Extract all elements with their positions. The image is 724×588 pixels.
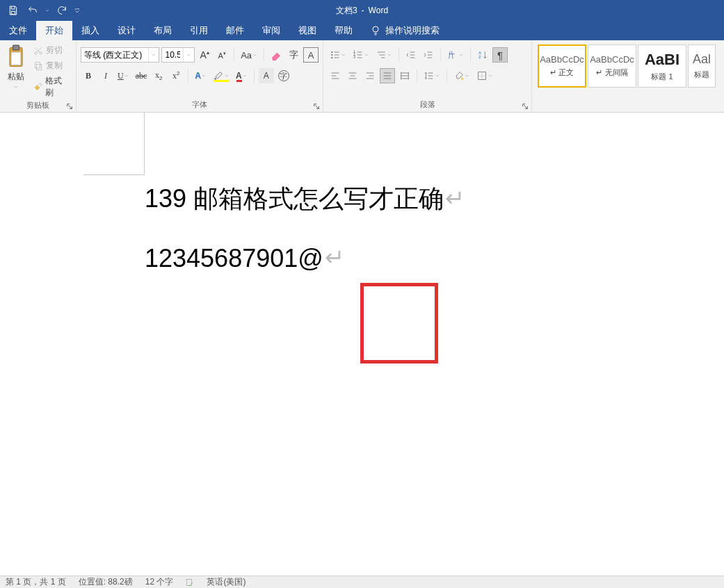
app-name: Word bbox=[369, 6, 388, 15]
increase-indent-button[interactable] bbox=[421, 47, 436, 63]
font-name-dropdown[interactable] bbox=[148, 48, 158, 62]
tab-file[interactable]: 文件 bbox=[0, 21, 36, 40]
bold-button[interactable]: B bbox=[81, 68, 96, 83]
svg-point-10 bbox=[331, 54, 332, 56]
font-color-button[interactable]: A bbox=[234, 68, 250, 83]
undo-dropdown[interactable] bbox=[43, 1, 51, 19]
numbering-button[interactable]: 123 bbox=[351, 47, 371, 63]
document-workspace[interactable]: 139 邮箱格式怎么写才正确 ↵ 12345687901@ ↵ bbox=[0, 113, 724, 575]
style-title[interactable]: Aal 标题 bbox=[688, 44, 716, 88]
grow-font-button[interactable]: A▴ bbox=[197, 47, 212, 63]
character-shading-button[interactable]: A bbox=[259, 68, 274, 83]
strikethrough-button[interactable]: abc bbox=[134, 68, 150, 83]
style-normal[interactable]: AaBbCcDc ↵ 正文 bbox=[538, 44, 586, 88]
paint-bucket-icon bbox=[453, 70, 465, 81]
multilevel-list-button[interactable] bbox=[373, 47, 394, 63]
italic-button[interactable]: I bbox=[98, 68, 113, 83]
annotation-red-box bbox=[360, 283, 438, 364]
ribbon-tabs: 文件 开始 插入 设计 布局 引用 邮件 审阅 视图 帮助 操作说明搜索 bbox=[0, 21, 724, 40]
decrease-indent-button[interactable] bbox=[403, 47, 419, 63]
status-word-count[interactable]: 12 个字 bbox=[145, 576, 174, 588]
indent-icon bbox=[423, 49, 434, 60]
status-page[interactable]: 第 1 页，共 1 页 bbox=[6, 576, 66, 588]
redo-button[interactable] bbox=[53, 1, 71, 19]
tab-home[interactable]: 开始 bbox=[36, 21, 72, 40]
tab-references[interactable]: 引用 bbox=[181, 21, 217, 40]
change-case-button[interactable]: Aa bbox=[239, 47, 259, 63]
status-proofing[interactable] bbox=[186, 578, 194, 587]
style-heading1[interactable]: AaBI 标题 1 bbox=[638, 44, 686, 88]
format-painter-button[interactable]: 格式刷 bbox=[31, 74, 72, 100]
font-dialog-launcher[interactable] bbox=[312, 102, 321, 111]
sort-button[interactable]: AZ bbox=[475, 47, 490, 63]
paste-button[interactable]: 粘贴 bbox=[4, 43, 28, 100]
window-title: 文档3 - Word bbox=[336, 5, 388, 17]
quick-access-toolbar bbox=[0, 1, 82, 19]
font-name-combo[interactable] bbox=[81, 47, 159, 63]
ribbon: 粘贴 剪切 复制 格式刷 剪贴板 bbox=[0, 40, 724, 113]
numbering-icon: 123 bbox=[353, 49, 364, 60]
underline-button[interactable]: U bbox=[115, 68, 131, 83]
doc-line-2[interactable]: 12345687901@ ↵ bbox=[145, 238, 465, 279]
shading-button[interactable] bbox=[451, 68, 472, 83]
text-effects-button[interactable]: A bbox=[193, 68, 209, 83]
align-right-button[interactable] bbox=[362, 68, 378, 83]
clipboard-dialog-launcher[interactable] bbox=[65, 102, 74, 111]
group-label-font: 字体 bbox=[192, 100, 207, 108]
svg-point-11 bbox=[331, 57, 332, 58]
group-styles: AaBbCcDc ↵ 正文 AaBbCcDc ↵ 无间隔 AaBI 标题 1 A… bbox=[532, 40, 724, 112]
group-clipboard: 粘贴 剪切 复制 格式刷 剪贴板 bbox=[0, 40, 77, 112]
cut-button[interactable]: 剪切 bbox=[31, 43, 72, 58]
tab-design[interactable]: 设计 bbox=[108, 21, 145, 40]
doc-line-1[interactable]: 139 邮箱格式怎么写才正确 ↵ bbox=[145, 179, 465, 219]
undo-button[interactable] bbox=[24, 1, 42, 19]
font-size-combo[interactable] bbox=[161, 47, 195, 63]
paragraph-dialog-launcher[interactable] bbox=[521, 102, 529, 111]
borders-button[interactable] bbox=[474, 68, 495, 83]
align-left-button[interactable] bbox=[328, 68, 343, 83]
bullets-button[interactable] bbox=[328, 47, 348, 63]
tab-layout[interactable]: 布局 bbox=[145, 21, 181, 40]
asian-layout-icon bbox=[447, 49, 458, 60]
align-distributed-button[interactable] bbox=[397, 68, 412, 83]
svg-rect-8 bbox=[35, 62, 40, 67]
save-button[interactable] bbox=[4, 1, 22, 19]
show-marks-button[interactable]: ¶ bbox=[492, 47, 508, 63]
character-border-button[interactable]: A bbox=[303, 47, 319, 63]
svg-rect-0 bbox=[11, 11, 15, 14]
group-label-paragraph: 段落 bbox=[420, 100, 435, 108]
borders-icon bbox=[476, 70, 488, 81]
subscript-button[interactable]: x2 bbox=[151, 68, 166, 83]
font-size-input[interactable] bbox=[162, 48, 183, 62]
asian-layout-button[interactable] bbox=[445, 47, 466, 63]
status-position[interactable]: 位置值: 88.2磅 bbox=[79, 576, 133, 588]
svg-rect-4 bbox=[11, 52, 21, 65]
superscript-button[interactable]: x2 bbox=[168, 68, 184, 83]
doc-name: 文档3 bbox=[336, 5, 357, 17]
align-justify-button[interactable] bbox=[380, 68, 395, 83]
font-name-input[interactable] bbox=[81, 48, 148, 62]
clear-formatting-button[interactable] bbox=[268, 47, 284, 63]
line-spacing-button[interactable] bbox=[421, 68, 442, 83]
style-no-spacing[interactable]: AaBbCcDc ↵ 无间隔 bbox=[588, 44, 636, 88]
eraser-icon bbox=[271, 49, 282, 60]
svg-text:A: A bbox=[478, 51, 481, 55]
tab-review[interactable]: 审阅 bbox=[253, 21, 289, 40]
tab-insert[interactable]: 插入 bbox=[72, 21, 108, 40]
enclose-characters-button[interactable]: 字 bbox=[276, 68, 291, 83]
tell-me-search[interactable]: 操作说明搜索 bbox=[362, 21, 448, 40]
clipboard-icon bbox=[6, 44, 26, 70]
tab-mailings[interactable]: 邮件 bbox=[217, 21, 253, 40]
tab-help[interactable]: 帮助 bbox=[325, 21, 362, 40]
phonetic-guide-button[interactable]: 字 bbox=[286, 47, 301, 63]
copy-button[interactable]: 复制 bbox=[31, 58, 72, 73]
tab-view[interactable]: 视图 bbox=[289, 21, 325, 40]
align-center-button[interactable] bbox=[345, 68, 360, 83]
outdent-icon bbox=[405, 49, 417, 60]
shrink-font-button[interactable]: A▾ bbox=[214, 47, 230, 63]
document-body[interactable]: 139 邮箱格式怎么写才正确 ↵ 12345687901@ ↵ bbox=[145, 179, 465, 278]
font-size-dropdown[interactable] bbox=[183, 48, 193, 62]
qat-customize[interactable] bbox=[72, 1, 82, 19]
highlight-button[interactable] bbox=[211, 68, 232, 83]
status-language[interactable]: 英语(美国) bbox=[207, 576, 246, 588]
